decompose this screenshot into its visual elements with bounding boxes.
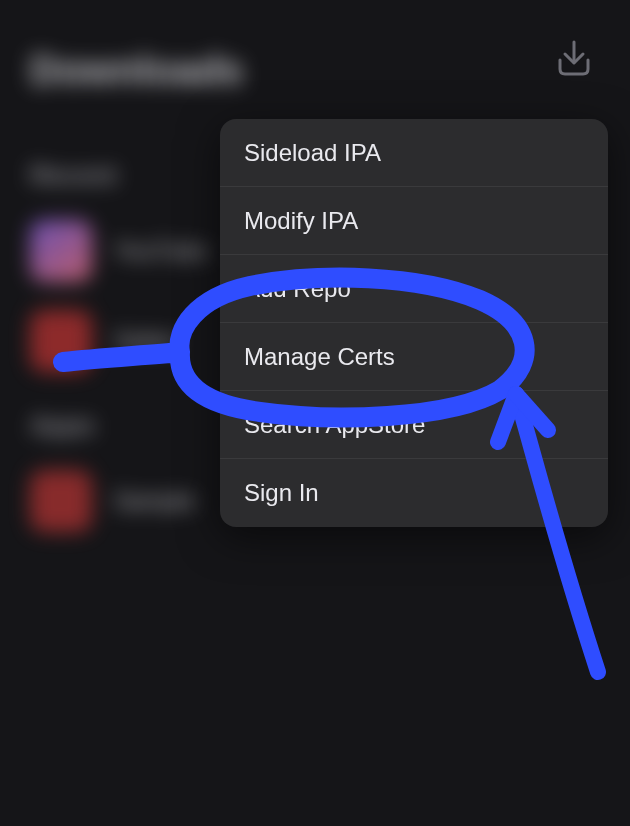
section-header: Recent [30,160,117,191]
app-icon [30,220,92,282]
section-header: Apps [30,410,95,441]
list-item: YouTube [30,220,208,282]
app-icon [30,470,92,532]
list-item-label: Sample [114,487,195,515]
menu-item-label: Add Repo [244,275,351,303]
download-button[interactable] [546,30,602,86]
menu-item-modify-ipa[interactable]: Modify IPA [220,187,608,255]
list-item-label: YouTube [114,237,208,265]
menu-item-manage-certs[interactable]: Manage Certs [220,323,608,391]
list-item-label: Safari [114,327,177,355]
download-icon [552,36,596,80]
menu-item-sideload-ipa[interactable]: Sideload IPA [220,119,608,187]
menu-item-label: Modify IPA [244,207,358,235]
list-item: Safari [30,310,177,372]
app-icon [30,310,92,372]
menu-item-add-repo[interactable]: Add Repo [220,255,608,323]
menu-item-label: Manage Certs [244,343,395,371]
menu-item-search-appstore[interactable]: Search AppStore [220,391,608,459]
list-item: Sample [30,470,195,532]
menu-item-label: Sideload IPA [244,139,381,167]
menu-item-label: Sign In [244,479,319,507]
context-menu: Sideload IPA Modify IPA Add Repo Manage … [220,119,608,527]
page-title: Downloads [30,48,243,93]
menu-item-label: Search AppStore [244,411,425,439]
menu-item-sign-in[interactable]: Sign In [220,459,608,527]
